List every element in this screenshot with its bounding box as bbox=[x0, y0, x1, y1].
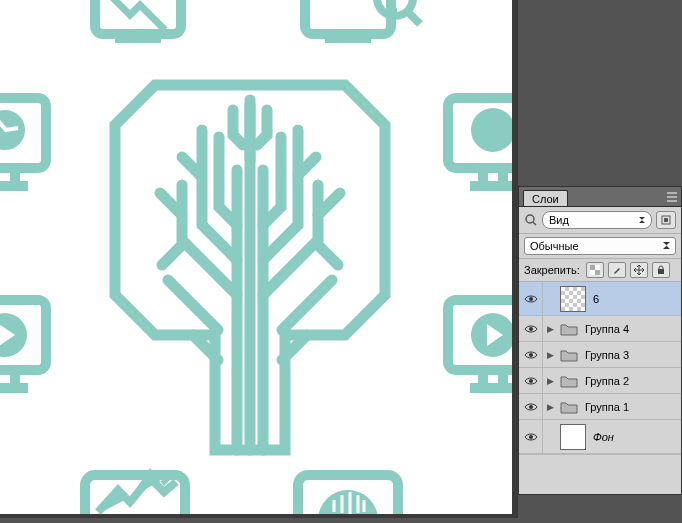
eye-icon bbox=[524, 432, 538, 442]
document-canvas[interactable] bbox=[0, 0, 512, 514]
move-icon bbox=[634, 265, 644, 275]
lock-transparency-button[interactable] bbox=[586, 262, 604, 278]
layer-thumbnail[interactable] bbox=[560, 424, 586, 450]
eye-icon bbox=[524, 350, 538, 360]
svg-point-9 bbox=[471, 108, 512, 152]
folder-icon bbox=[560, 348, 578, 362]
layer-name[interactable]: Группа 1 bbox=[585, 401, 629, 413]
visibility-toggle[interactable] bbox=[519, 420, 543, 453]
panel-tab-bar: Слои bbox=[519, 187, 681, 207]
layer-row[interactable]: Фон bbox=[519, 420, 681, 454]
eye-icon bbox=[524, 376, 538, 386]
visibility-toggle[interactable] bbox=[519, 368, 543, 393]
svg-rect-21 bbox=[658, 269, 664, 274]
transparency-icon bbox=[590, 265, 600, 275]
layer-list-empty bbox=[519, 454, 681, 494]
layers-panel: Слои Вид Обычные Закрепить: bbox=[518, 186, 682, 495]
panel-dock: Слои Вид Обычные Закрепить: bbox=[518, 0, 682, 523]
lock-icon bbox=[656, 265, 666, 275]
visibility-toggle[interactable] bbox=[519, 342, 543, 367]
folder-icon bbox=[560, 374, 578, 388]
tab-layers[interactable]: Слои bbox=[523, 190, 568, 206]
layer-thumbnail[interactable] bbox=[560, 286, 586, 312]
svg-rect-19 bbox=[590, 265, 595, 270]
layer-list: 6 ▶ Группа 4 ▶ Группа 3 ▶ Группа 2 bbox=[519, 282, 681, 494]
eye-icon bbox=[524, 402, 538, 412]
lock-pixels-button[interactable] bbox=[608, 262, 626, 278]
svg-point-22 bbox=[529, 297, 533, 301]
layer-name[interactable]: Группа 2 bbox=[585, 375, 629, 387]
panel-menu-icon[interactable] bbox=[663, 188, 681, 206]
svg-point-27 bbox=[529, 435, 533, 439]
svg-point-23 bbox=[529, 327, 533, 331]
canvas-area bbox=[0, 0, 518, 523]
svg-point-15 bbox=[526, 215, 534, 223]
lock-row: Закрепить: bbox=[519, 259, 681, 282]
layer-row[interactable]: ▶ Группа 1 bbox=[519, 394, 681, 420]
folder-icon bbox=[560, 322, 578, 336]
canvas-border-bottom bbox=[0, 514, 518, 518]
eye-icon bbox=[524, 294, 538, 304]
visibility-toggle[interactable] bbox=[519, 316, 543, 341]
expand-arrow[interactable]: ▶ bbox=[543, 376, 557, 386]
expand-arrow[interactable]: ▶ bbox=[543, 350, 557, 360]
layer-filter-row: Вид bbox=[519, 207, 681, 234]
search-icon bbox=[524, 213, 538, 227]
layer-name[interactable]: Группа 4 bbox=[585, 323, 629, 335]
lock-label: Закрепить: bbox=[524, 264, 580, 276]
svg-rect-20 bbox=[595, 270, 600, 275]
expand-arrow[interactable]: ▶ bbox=[543, 324, 557, 334]
svg-point-26 bbox=[529, 405, 533, 409]
layer-row[interactable]: ▶ Группа 3 bbox=[519, 342, 681, 368]
svg-point-14 bbox=[318, 490, 378, 514]
blend-mode-row: Обычные bbox=[519, 234, 681, 259]
expand-arrow[interactable]: ▶ bbox=[543, 402, 557, 412]
filter-toggle-button[interactable] bbox=[656, 211, 676, 229]
svg-rect-17 bbox=[664, 218, 668, 222]
layer-name[interactable]: 6 bbox=[593, 293, 599, 305]
filter-kind-select[interactable]: Вид bbox=[542, 211, 652, 229]
eye-icon bbox=[524, 324, 538, 334]
layer-row[interactable]: ▶ Группа 2 bbox=[519, 368, 681, 394]
layer-name[interactable]: Фон bbox=[593, 431, 614, 443]
artwork-icon bbox=[0, 0, 512, 514]
filter-icon bbox=[660, 214, 672, 226]
layer-row[interactable]: ▶ Группа 4 bbox=[519, 316, 681, 342]
svg-point-24 bbox=[529, 353, 533, 357]
visibility-toggle[interactable] bbox=[519, 282, 543, 315]
blend-mode-select[interactable]: Обычные bbox=[524, 237, 676, 255]
lock-position-button[interactable] bbox=[630, 262, 648, 278]
brush-icon bbox=[612, 265, 622, 275]
lock-all-button[interactable] bbox=[652, 262, 670, 278]
visibility-toggle[interactable] bbox=[519, 394, 543, 419]
layer-name[interactable]: Группа 3 bbox=[585, 349, 629, 361]
layer-row[interactable]: 6 bbox=[519, 282, 681, 316]
folder-icon bbox=[560, 400, 578, 414]
svg-point-25 bbox=[529, 379, 533, 383]
